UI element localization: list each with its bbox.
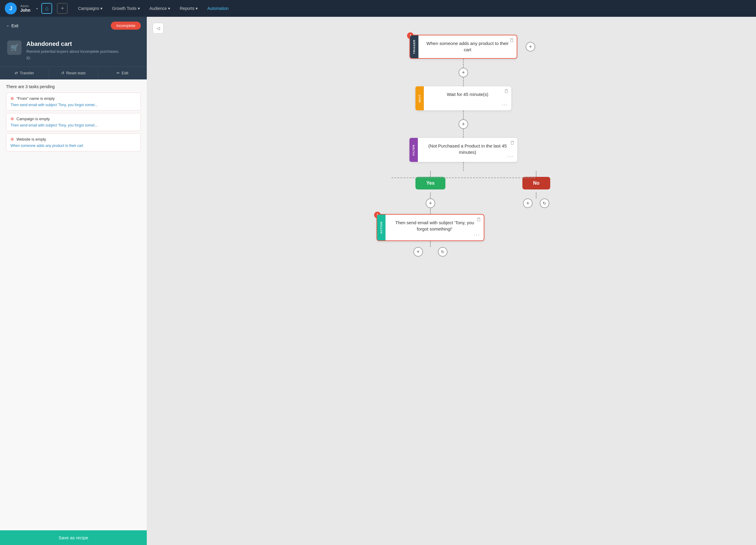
flow-canvas: ◁ ! TRIGGER When someone adds any produc… [147,17,756,545]
branch-horizontal-line [391,177,535,178]
filter-node[interactable]: FILTER (Not Purchased a Product in the l… [409,138,517,162]
no-button[interactable]: No [522,177,550,189]
nav-automation[interactable]: Automation [203,4,233,13]
tasks-header: There are 3 tasks pending [6,84,141,89]
nav-campaigns[interactable]: Campaigns ▾ [74,4,107,13]
automation-details: Abandoned cart Remind potential buyers a… [26,40,119,60]
task-item: ⊗ Website is empty When someone adds any… [6,133,141,151]
flow-diagram: ! TRIGGER When someone adds any product … [189,29,738,299]
connector-1: + [459,59,468,86]
save-recipe-button[interactable]: Save as recipe [0,530,147,545]
action-label: ACTION [380,221,383,234]
tasks-panel: There are 3 tasks pending ⊗ "From" name … [0,79,147,530]
exit-button[interactable]: ← Exit [6,23,18,28]
trigger-node[interactable]: ! TRIGGER When someone adds any product … [409,35,517,59]
edit-tab[interactable]: ✏ Edit [98,67,147,79]
filter-node-wrapper: FILTER (Not Purchased a Product in the l… [409,138,517,162]
add-between-trigger-wait[interactable]: + [459,68,468,77]
action-more-button[interactable]: ··· [474,232,480,238]
branch-area: Yes + ! ACTION [377,171,550,256]
transfer-icon: ⇄ [15,71,18,75]
logo: J [5,2,17,14]
action-title: Then send email with subject 'Tony, you … [390,219,480,232]
action-add-button[interactable]: + [413,247,423,256]
reset-label: Reset stats [66,71,86,75]
automation-id: ID: [26,56,119,60]
task-link[interactable]: Then send email with subject 'Tony, you … [10,103,98,107]
action-body: Then send email with subject 'Tony, you … [377,215,484,237]
exit-label: ← Exit [6,23,18,28]
filter-note-icon[interactable]: 🗒 [510,140,515,146]
transfer-tab[interactable]: ⇄ Transfer [0,67,49,79]
yes-branch: Yes + ! ACTION [377,171,484,256]
action-bottom-buttons: + ↻ [413,247,447,256]
trigger-note-icon[interactable]: 🗒 [509,38,514,43]
nav-growth-tools[interactable]: Growth Tools ▾ [108,4,144,13]
no-bottom-buttons: + ↻ [523,198,549,208]
no-refresh-button[interactable]: ↻ [540,198,549,208]
yes-button[interactable]: Yes [415,177,445,189]
yes-add-button[interactable]: + [426,198,435,208]
left-panel: ← Exit Incomplete 🛒 Abandoned cart Remin… [0,17,147,545]
task-error-icon: ⊗ [10,96,14,101]
branch-connector [463,162,464,171]
task-link[interactable]: When someone adds any product to their c… [10,144,83,148]
trigger-side-plus[interactable]: + [526,42,535,52]
task-title: Website is empty [16,137,46,141]
user-info: Admin John [20,4,30,13]
wait-label-bar: WAIT [415,86,424,110]
user-role: Admin [20,4,30,8]
user-name: John [20,8,30,13]
trigger-title: When someone adds any product to their c… [423,40,512,53]
action-node-wrapper: ! ACTION Then send email with subject 'T… [377,214,484,241]
no-add-button[interactable]: + [523,198,533,208]
action-label-bar: ACTION [377,215,385,240]
user-chevron[interactable]: ▾ [36,7,38,10]
filter-title: (Not Purchased a Product in the last 45 … [422,143,513,155]
branch-row: Yes + ! ACTION [377,171,550,256]
wait-more-button[interactable]: ··· [501,102,508,108]
filter-body: (Not Purchased a Product in the last 45 … [409,138,517,160]
exit-bar: ← Exit Incomplete [0,17,147,34]
task-title: Campaign is empty [16,117,50,121]
wait-title: Wait for 45 minute(s) [428,91,507,97]
task-error-icon: ⊗ [10,137,14,141]
edit-icon: ✏ [117,71,120,75]
main-layout: ← Exit Incomplete 🛒 Abandoned cart Remin… [0,17,756,545]
wait-node-wrapper: WAIT Wait for 45 minute(s) 🗒 ··· [415,86,511,110]
automation-desc: Remind potential buyers about incomplete… [26,49,119,54]
reset-stats-tab[interactable]: ↺ Reset stats [49,67,98,79]
action-tabs: ⇄ Transfer ↺ Reset stats ✏ Edit [0,66,147,79]
filter-more-button[interactable]: ··· [507,153,514,159]
connector-2: + [459,110,468,138]
wait-body: Wait for 45 minute(s) [415,86,511,102]
action-node[interactable]: ! ACTION Then send email with subject 'T… [377,214,484,241]
status-badge: Incomplete [111,22,141,30]
trigger-label: TRIGGER [413,40,416,54]
automation-info: 🛒 Abandoned cart Remind potential buyers… [0,34,147,66]
task-title: "From" name is empty [16,96,55,101]
add-between-wait-filter[interactable]: + [459,119,468,129]
trigger-body: When someone adds any product to their c… [410,35,517,58]
action-note-icon[interactable]: 🗒 [477,217,481,222]
nav-reports[interactable]: Reports ▾ [176,4,202,13]
automation-title: Abandoned cart [26,40,119,47]
wait-node[interactable]: WAIT Wait for 45 minute(s) 🗒 ··· [415,86,511,110]
main-nav: Campaigns ▾ Growth Tools ▾ Audience ▾ Re… [74,4,233,13]
edit-label: Edit [122,71,128,75]
action-refresh-button[interactable]: ↻ [438,247,447,256]
task-link[interactable]: Then send email with subject 'Tony, you … [10,123,98,127]
task-item: ⊗ Campaign is empty Then send email with… [6,113,141,131]
reset-icon: ↺ [61,71,64,75]
trigger-label-bar: TRIGGER [410,35,418,58]
wait-note-icon[interactable]: 🗒 [504,89,509,94]
transfer-label: Transfer [20,71,34,75]
new-button[interactable]: + [57,3,68,14]
automation-icon: 🛒 [7,40,22,55]
nav-audience[interactable]: Audience ▾ [145,4,174,13]
collapse-button[interactable]: ◁ [153,23,164,34]
filter-label: FILTER [412,144,415,155]
home-button[interactable]: ⌂ [41,3,52,14]
trigger-node-wrapper: ! TRIGGER When someone adds any product … [409,35,517,59]
filter-label-bar: FILTER [409,138,418,162]
